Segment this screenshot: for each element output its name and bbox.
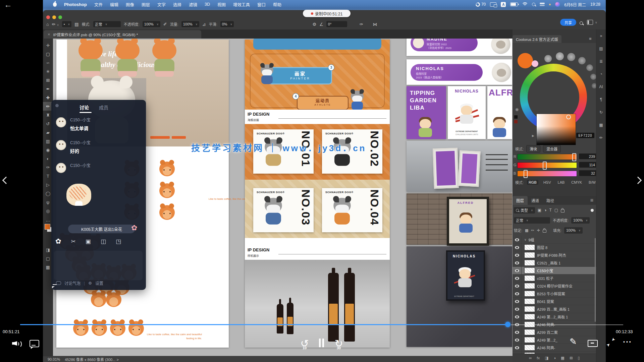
gray-swatch[interactable]	[567, 53, 575, 61]
color-space-option[interactable]: HSV	[542, 180, 553, 185]
dark-red-swatch[interactable]	[514, 120, 518, 123]
layer-thumbnail[interactable]	[525, 291, 535, 296]
layer-thumbnail[interactable]	[525, 268, 535, 273]
recording-indicator[interactable]: 录制中00:51:21	[303, 10, 351, 17]
workspace-layout-icon[interactable]	[587, 20, 593, 25]
opacity-pressure-icon[interactable]: ✐	[163, 22, 167, 27]
lock-position-icon[interactable]: ✛	[537, 228, 540, 233]
spotlight-search-icon[interactable]	[532, 3, 535, 6]
gray-swatch[interactable]	[544, 55, 552, 62]
layer-row[interactable]: A299 百二案	[513, 328, 596, 336]
layer-row[interactable]: A249 第...2_画板 1	[513, 313, 596, 321]
member-frames-button[interactable]: ◫	[101, 238, 106, 245]
layer-mask-icon[interactable]: ◨	[545, 356, 548, 360]
group-expand-caret[interactable]: ∨	[524, 238, 527, 241]
volume-icon[interactable]	[12, 340, 22, 347]
progress-bar-played[interactable]	[20, 324, 508, 325]
layer-filter-icon[interactable]: ◑	[544, 208, 546, 213]
menubar-menu-item[interactable]: 文件	[94, 1, 103, 8]
foreground-color-swatch[interactable]	[45, 224, 50, 230]
size-pressure-icon[interactable]: ✑	[360, 22, 363, 27]
lock-all-icon[interactable]	[543, 230, 546, 233]
adjustments-panel-icon[interactable]: ≣	[599, 59, 603, 64]
green-slider[interactable]: G 114	[513, 162, 596, 169]
settings-label[interactable]: 设置	[95, 280, 103, 286]
progress-handle[interactable]	[505, 322, 511, 327]
lock-pixels-icon[interactable]: ✏	[531, 228, 534, 233]
panel-menu-icon[interactable]: ≡	[589, 36, 592, 41]
battery-percent-indicator[interactable]: 70	[476, 2, 486, 7]
layer-row[interactable]: IP提案-F088-阿杰	[513, 251, 596, 259]
layer-row[interactable]: 图层 8	[513, 244, 596, 251]
flower-preset-icon[interactable]: ❋	[515, 107, 519, 112]
layer-thumbnail[interactable]	[525, 260, 535, 265]
rewind-10-button[interactable]: ↺10	[299, 338, 311, 350]
avatar[interactable]	[56, 163, 66, 173]
layer-visibility-toggle[interactable]	[513, 275, 522, 282]
red-slider[interactable]: R 239	[513, 154, 596, 160]
layer-row[interactable]: C262) _画板 1	[513, 259, 596, 267]
flow-select[interactable]: 100%	[181, 21, 199, 27]
screen-note-icon[interactable]	[588, 340, 598, 347]
channels-panel-icon[interactable]: ▦	[599, 123, 603, 127]
crop-tool[interactable]: ⊞	[43, 76, 53, 84]
close-tab-icon[interactable]: ×	[48, 32, 50, 37]
pause-button[interactable]	[318, 339, 325, 347]
back-icon[interactable]: ←	[4, 0, 12, 9]
workspace-layout-caret[interactable]: ∨	[595, 21, 597, 24]
next-chevron-icon[interactable]	[634, 177, 642, 184]
filter-toggle-icon[interactable]	[591, 209, 594, 212]
document-dimensions[interactable]: 45286 像素 x 8660 像素 (300... >	[65, 357, 119, 362]
layer-group-row[interactable]: ∨ 9组	[513, 236, 596, 244]
layer-visibility-toggle[interactable]	[513, 328, 522, 336]
layer-filter-select[interactable]: 类型	[514, 207, 535, 214]
avatar[interactable]	[56, 140, 66, 150]
layer-thumbnail[interactable]	[525, 299, 535, 304]
more-options-icon[interactable]: •••	[623, 339, 632, 345]
layer-filter-icon[interactable]: ▢	[554, 208, 558, 213]
menubar-menu-item[interactable]: 图层	[142, 1, 150, 8]
delete-layer-icon[interactable]: ▯	[578, 356, 580, 360]
send-image-button[interactable]: ▣	[86, 238, 91, 245]
layer-visibility-toggle[interactable]	[513, 259, 522, 266]
symmetry-butterfly-icon[interactable]: ⋈	[373, 22, 377, 27]
brushes-panel-icon[interactable]: ✏	[599, 135, 603, 140]
layer-filter-icon[interactable]: ▣	[538, 208, 541, 213]
layer-thumbnail[interactable]	[525, 283, 535, 289]
move-tool[interactable]: ✛	[43, 41, 53, 50]
share-forward-button[interactable]: ◳	[116, 238, 121, 245]
menubar-menu-item[interactable]: 文字	[157, 1, 166, 8]
layer-thumbnail[interactable]	[525, 252, 535, 258]
layers-panel-tab[interactable]: 图层	[513, 196, 528, 205]
apple-logo-icon[interactable]	[53, 2, 57, 7]
layer-row[interactable]: C150小宝	[513, 267, 596, 275]
menubar-menu-item[interactable]: 选择	[173, 1, 181, 8]
layer-thumbnail[interactable]	[525, 337, 535, 343]
menubar-menu-item[interactable]: 窗口	[257, 1, 266, 8]
layer-row[interactable]: c031 松子	[513, 275, 596, 282]
brush-angle-input[interactable]: 0°	[326, 21, 347, 27]
current-color-swatch[interactable]	[518, 53, 533, 68]
libraries-panel-icon[interactable]: ◔	[600, 72, 602, 76]
ai-panel-icon[interactable]: AI	[599, 84, 603, 89]
brush-tip-picker[interactable]: •	[62, 21, 72, 27]
brush-settings-folder-icon[interactable]: ▤	[74, 22, 78, 27]
color-space-option[interactable]: CMYK	[570, 180, 584, 185]
lasso-tool[interactable]: ∽	[43, 58, 53, 67]
layer-visibility-toggle[interactable]	[513, 344, 522, 351]
healing-brush-tool[interactable]: ✚	[43, 93, 53, 102]
wifi-icon[interactable]	[522, 2, 528, 6]
avatar[interactable]	[56, 117, 66, 127]
black-swatch[interactable]	[514, 115, 518, 119]
menubar-menu-item[interactable]: 增效工具	[233, 1, 250, 8]
menubar-menu-item[interactable]: 帮助	[273, 1, 281, 8]
siri-icon[interactable]	[555, 2, 560, 7]
lock-transparency-icon[interactable]: ▩	[525, 228, 528, 233]
message-input-area[interactable]	[54, 251, 143, 280]
blue-slider[interactable]: B 32	[513, 170, 596, 177]
layer-visibility-toggle[interactable]	[513, 305, 522, 313]
properties-panel-icon[interactable]: ▤	[599, 46, 603, 51]
fill-select[interactable]: 100%	[564, 227, 583, 234]
layer-row[interactable]: C024 椰仔IP提案作业	[513, 282, 596, 290]
layer-row[interactable]: A246 阿典-	[513, 344, 596, 352]
